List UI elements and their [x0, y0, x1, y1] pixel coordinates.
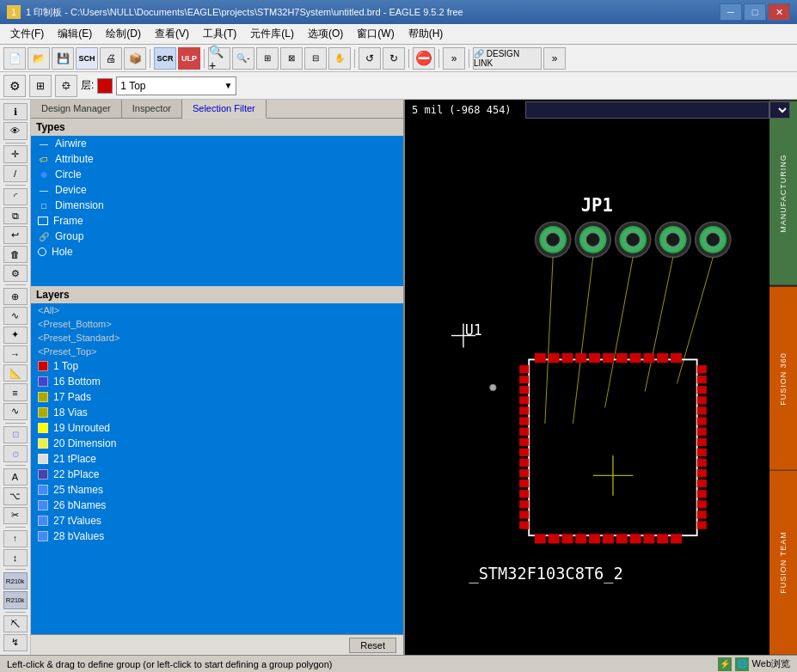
route-button[interactable]: /: [3, 165, 28, 182]
canvas-dropdown[interactable]: ▼: [769, 101, 790, 119]
filter-button[interactable]: ⯐: [55, 75, 77, 97]
settings-button[interactable]: ⚙: [3, 265, 28, 282]
layer-17-pads[interactable]: 17 Pads: [31, 389, 403, 405]
layer-preset-all[interactable]: <All>: [31, 303, 403, 317]
save-file-button[interactable]: 💾: [52, 47, 74, 70]
zoom-in-button[interactable]: 🔍+: [208, 47, 230, 70]
menu-options[interactable]: 选项(O): [301, 25, 350, 43]
reset-button[interactable]: Reset: [349, 638, 396, 653]
eye-button[interactable]: 👁: [3, 122, 28, 139]
layer-16-bottom[interactable]: 16 Bottom: [31, 374, 403, 389]
layer-27-tvalues[interactable]: 27 tValues: [31, 513, 403, 528]
print-button[interactable]: 🖨: [100, 47, 122, 70]
stop-button[interactable]: ⛔: [413, 47, 435, 70]
close-button[interactable]: ✕: [768, 3, 790, 21]
component-button[interactable]: 📦: [124, 47, 146, 70]
arrow-button[interactable]: →: [3, 345, 28, 363]
more-button[interactable]: »: [443, 47, 465, 70]
layer-25-tnames[interactable]: 25 tNames: [31, 482, 403, 498]
via2-button[interactable]: ⊙: [3, 445, 28, 462]
type-airwire[interactable]: — Airwire: [31, 136, 403, 151]
menu-help[interactable]: 帮助(H): [402, 25, 451, 43]
zoom-fit-button[interactable]: ⊞: [256, 47, 279, 70]
arc-button[interactable]: ◜: [3, 188, 28, 205]
layer-preset-bottom[interactable]: <Preset_Bottom>: [31, 317, 403, 331]
net-button[interactable]: ⌥: [3, 487, 28, 504]
info-button[interactable]: ℹ: [3, 103, 28, 120]
type-frame[interactable]: Frame: [31, 213, 403, 229]
layer-preset-standard[interactable]: <Preset_Standard>: [31, 331, 403, 345]
cut-local-button[interactable]: ✂: [3, 507, 28, 524]
layer-preset-top[interactable]: <Preset_Top>: [31, 345, 403, 358]
undo-local-button[interactable]: ↩: [3, 226, 28, 243]
layer-19-label: 19 Unrouted: [53, 422, 110, 434]
layer-settings-button[interactable]: ⚙: [3, 75, 26, 97]
delete-button[interactable]: 🗑: [3, 246, 28, 263]
ripup-button[interactable]: ↯: [3, 634, 28, 651]
menu-tools[interactable]: 工具(T): [196, 25, 243, 43]
copy-button[interactable]: ⧉: [3, 207, 28, 224]
maximize-button[interactable]: □: [744, 3, 766, 21]
manufacturing-tab[interactable]: MANUFACTURING: [769, 100, 797, 285]
move-button[interactable]: ✛: [3, 145, 28, 162]
type-dimension[interactable]: □ Dimension: [31, 198, 403, 213]
minimize-button[interactable]: ─: [720, 3, 742, 21]
smash-button[interactable]: ⛏: [3, 615, 28, 632]
wire-button[interactable]: ∿: [3, 307, 28, 324]
type-hole[interactable]: Hole: [31, 244, 403, 260]
design-link-button[interactable]: 🔗 DESIGN LINK: [473, 47, 542, 70]
inspector-tab[interactable]: Inspector: [122, 100, 182, 118]
menu-draw[interactable]: 绘制(D): [99, 25, 148, 43]
type-device[interactable]: — Device: [31, 182, 403, 198]
measure-button[interactable]: 📐: [3, 364, 28, 382]
zoom-out-button[interactable]: 🔍-: [232, 47, 254, 70]
scr-button[interactable]: SCR: [154, 47, 176, 70]
layer-28-bvalues[interactable]: 28 bValues: [31, 528, 403, 544]
layer-dropdown[interactable]: 1 Top ▼: [116, 76, 236, 95]
zoom-previous-button[interactable]: ⊟: [304, 47, 327, 70]
type-group[interactable]: 🔗 Group: [31, 229, 403, 244]
via-button[interactable]: ⊕: [3, 288, 28, 305]
menu-edit[interactable]: 编辑(E): [51, 25, 99, 43]
layer-label: 层:: [81, 78, 94, 93]
pcb-canvas[interactable]: JP1: [405, 120, 797, 655]
svg-rect-78: [697, 490, 707, 498]
fusion-team-tab[interactable]: FUSION TEAM: [769, 470, 797, 655]
layer-18-vias[interactable]: 18 Vias: [31, 405, 403, 420]
mirror-button[interactable]: ↕: [3, 549, 28, 566]
redo-button[interactable]: ↻: [383, 47, 405, 70]
menu-library[interactable]: 元件库(L): [243, 25, 301, 43]
type-circle[interactable]: ● Circle: [31, 167, 403, 182]
menu-window[interactable]: 窗口(W): [350, 25, 401, 43]
menu-file[interactable]: 文件(F): [3, 25, 51, 43]
junction-button[interactable]: ✦: [3, 327, 28, 344]
open-file-button[interactable]: 📂: [28, 47, 50, 70]
undo-button[interactable]: ↺: [359, 47, 381, 70]
type-attribute[interactable]: 🏷 Attribute: [31, 151, 403, 167]
layer-22-bplace[interactable]: 22 bPlace: [31, 467, 403, 482]
layer-1-top[interactable]: 1 Top: [31, 358, 403, 374]
pad-button[interactable]: ⊡: [3, 426, 28, 443]
new-file-button[interactable]: 📄: [3, 47, 26, 70]
design-link-more[interactable]: »: [543, 47, 566, 70]
layer-26-bnames[interactable]: 26 bNames: [31, 498, 403, 513]
layer-19-unrouted[interactable]: 19 Unrouted: [31, 420, 403, 436]
schematic-button[interactable]: SCH: [76, 47, 98, 70]
wave-button[interactable]: ∿: [3, 403, 28, 420]
ulp-button[interactable]: ULP: [178, 47, 200, 70]
layer-20-dimension[interactable]: 20 Dimension: [31, 436, 403, 451]
fusion360-tab[interactable]: FUSION 360: [769, 285, 797, 471]
align-button[interactable]: ≡: [3, 383, 28, 400]
menu-view[interactable]: 查看(V): [148, 25, 196, 43]
text-button[interactable]: A: [3, 468, 28, 486]
zoom-selection-button[interactable]: ⊠: [280, 47, 303, 70]
svg-rect-49: [671, 534, 682, 543]
canvas-command-input[interactable]: [525, 101, 769, 119]
grid-button[interactable]: ⊞: [29, 75, 52, 97]
pan-button[interactable]: ✋: [328, 47, 351, 70]
design-manager-tab[interactable]: Design Manager: [31, 100, 122, 118]
canvas-area[interactable]: 5 mil (-968 454) ▼ JP1: [405, 100, 797, 655]
layer-move-button[interactable]: ↑: [3, 530, 28, 547]
selection-filter-tab[interactable]: Selection Filter: [182, 100, 267, 119]
layer-21-tplace[interactable]: 21 tPlace: [31, 451, 403, 467]
